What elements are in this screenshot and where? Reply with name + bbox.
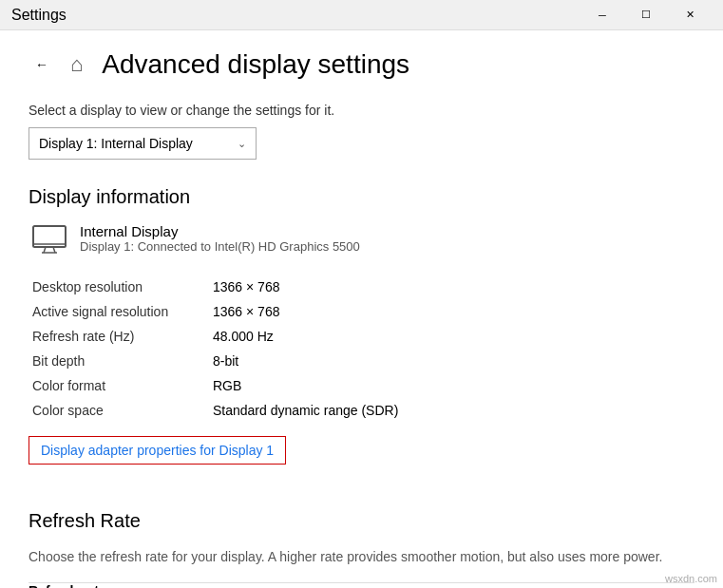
table-row: Desktop resolution 1366 × 768: [32, 275, 694, 299]
title-bar-title: Settings: [11, 7, 67, 24]
value-desktop-resolution: 1366 × 768: [213, 279, 279, 294]
main-content: ← ⌂ Advanced display settings Select a d…: [0, 30, 723, 588]
close-button[interactable]: ✕: [668, 0, 712, 30]
table-row: Color space Standard dynamic range (SDR): [32, 398, 694, 423]
label-active-signal-resolution: Active signal resolution: [32, 304, 213, 319]
value-refresh-rate: 48.000 Hz: [213, 329, 274, 344]
monitor-sub: Display 1: Connected to Intel(R) HD Grap…: [80, 239, 360, 254]
monitor-row: Internal Display Display 1: Connected to…: [29, 223, 694, 257]
refresh-rate-section: Refresh Rate Choose the refresh rate for…: [29, 510, 694, 588]
display-dropdown[interactable]: Display 1: Internal Display ⌄: [29, 127, 257, 160]
page-header: ← ⌂ Advanced display settings: [29, 49, 694, 80]
value-bit-depth: 8-bit: [213, 353, 238, 369]
monitor-info-text: Internal Display Display 1: Connected to…: [80, 223, 360, 254]
label-color-format: Color format: [32, 378, 213, 393]
refresh-rate-label: Refresh rate: [29, 583, 694, 588]
info-table: Desktop resolution 1366 × 768 Active sig…: [29, 275, 694, 423]
table-row: Bit depth 8-bit: [32, 349, 694, 373]
refresh-rate-description: Choose the refresh rate for your display…: [29, 547, 694, 567]
back-arrow-icon: ←: [35, 57, 48, 72]
minimize-button[interactable]: ─: [580, 0, 624, 30]
refresh-rate-heading: Refresh Rate: [29, 510, 694, 532]
label-color-space: Color space: [32, 403, 213, 418]
display-selector-container: Select a display to view or change the s…: [29, 103, 694, 160]
adapter-properties-link[interactable]: Display adapter properties for Display 1: [29, 436, 286, 465]
label-refresh-rate: Refresh rate (Hz): [32, 329, 213, 344]
chevron-down-icon: ⌄: [238, 138, 246, 150]
value-color-format: RGB: [213, 378, 241, 393]
watermark: wsxdn.com: [665, 573, 717, 584]
page-area: ← ⌂ Advanced display settings Select a d…: [0, 30, 723, 588]
label-desktop-resolution: Desktop resolution: [32, 279, 213, 294]
display-information-heading: Display information: [29, 186, 694, 208]
back-button[interactable]: ←: [29, 51, 55, 78]
value-active-signal-resolution: 1366 × 768: [213, 304, 279, 319]
title-bar-controls: ─ ☐ ✕: [580, 0, 712, 30]
title-bar-left: Settings: [11, 7, 67, 24]
monitor-icon: [32, 225, 67, 257]
select-label: Select a display to view or change the s…: [29, 103, 694, 118]
label-bit-depth: Bit depth: [32, 353, 213, 369]
home-icon: ⌂: [70, 52, 83, 77]
maximize-button[interactable]: ☐: [624, 0, 668, 30]
monitor-name: Internal Display: [80, 223, 360, 239]
title-bar: Settings ─ ☐ ✕: [0, 0, 723, 30]
display-information-section: Display information Internal Display Dis…: [29, 186, 694, 491]
table-row: Color format RGB: [32, 373, 694, 398]
dropdown-selected-value: Display 1: Internal Display: [39, 136, 193, 151]
value-color-space: Standard dynamic range (SDR): [213, 403, 398, 418]
page-title: Advanced display settings: [102, 49, 409, 80]
table-row: Refresh rate (Hz) 48.000 Hz: [32, 324, 694, 349]
table-row: Active signal resolution 1366 × 768: [32, 299, 694, 324]
